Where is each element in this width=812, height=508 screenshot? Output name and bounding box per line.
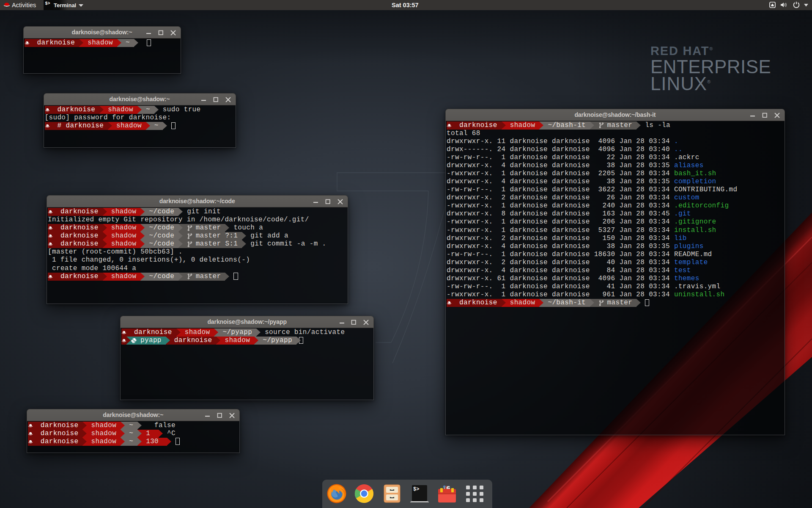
svg-text:$>: $> — [45, 1, 50, 6]
svg-text:$>: $> — [413, 486, 419, 492]
